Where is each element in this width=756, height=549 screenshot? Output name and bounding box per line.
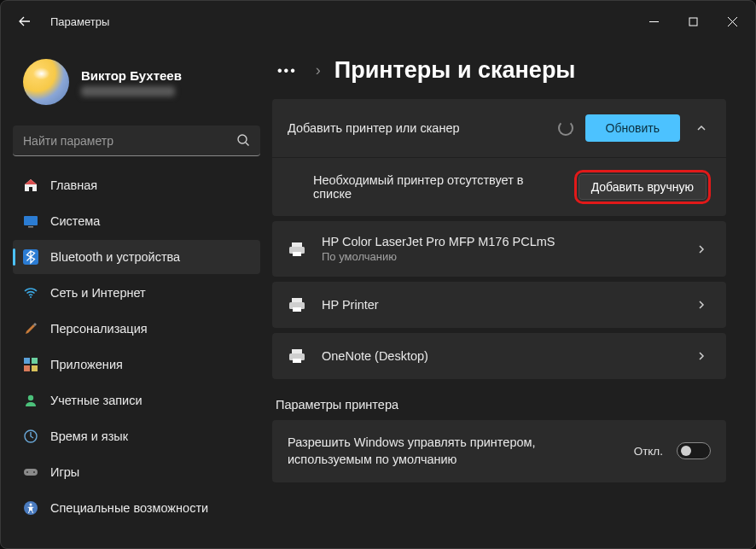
sidebar-item-time-language[interactable]: Время и язык — [13, 419, 260, 453]
svg-point-5 — [30, 296, 32, 298]
add-printer-label: Добавить принтер или сканер — [288, 121, 546, 135]
arrow-left-icon — [18, 15, 32, 28]
printer-item-onenote[interactable]: OneNote (Desktop) — [272, 333, 726, 379]
printer-info: HP Color LaserJet Pro MFP M176 PCLmS По … — [322, 235, 677, 263]
svg-rect-12 — [24, 469, 38, 476]
svg-point-10 — [28, 395, 33, 400]
sidebar-item-bluetooth-devices[interactable]: Bluetooth и устройства — [13, 240, 260, 274]
add-manually-button[interactable]: Добавить вручную — [579, 174, 707, 200]
collapse-button[interactable] — [692, 119, 711, 137]
body: Виктор Бухтеев Главная Система — [1, 42, 755, 548]
sidebar-item-label: Система — [50, 214, 100, 228]
accessibility-icon — [23, 500, 38, 516]
printer-missing-row: Необходимый принтер отсутствует в списке… — [272, 157, 726, 216]
brush-icon — [23, 321, 38, 336]
svg-rect-9 — [32, 365, 38, 371]
titlebar-left: Параметры — [15, 11, 109, 32]
printer-info: OneNote (Desktop) — [322, 349, 677, 363]
printer-name: HP Printer — [322, 298, 677, 312]
profile-block[interactable]: Виктор Бухтеев — [13, 50, 260, 120]
svg-point-14 — [33, 471, 35, 473]
page-title: Принтеры и сканеры — [334, 57, 576, 84]
system-icon — [23, 213, 38, 229]
sidebar-item-label: Bluetooth и устройства — [50, 250, 180, 264]
svg-rect-22 — [293, 307, 301, 312]
sidebar-item-label: Приложения — [50, 358, 123, 371]
printer-missing-text: Необходимый принтер отсутствует в списке — [288, 173, 562, 201]
sidebar-item-label: Сеть и Интернет — [50, 286, 146, 300]
add-manually-highlight: Добавить вручную — [574, 170, 711, 204]
spinner-icon — [558, 120, 573, 136]
clock-globe-icon — [23, 429, 38, 444]
printer-item-hp-color-laserjet[interactable]: HP Color LaserJet Pro MFP M176 PCLmS По … — [272, 221, 726, 277]
sidebar-item-personalization[interactable]: Персонализация — [13, 312, 260, 346]
breadcrumb-overflow-button[interactable]: ••• — [272, 60, 302, 82]
printer-item-hp-printer[interactable]: HP Printer — [272, 282, 726, 328]
sidebar-item-label: Время и язык — [50, 429, 128, 443]
window-controls — [634, 8, 752, 35]
printer-name: HP Color LaserJet Pro MFP M176 PCLmS — [322, 235, 677, 248]
sidebar-item-accessibility[interactable]: Специальные возможности — [13, 491, 260, 525]
breadcrumb: ••• › Принтеры и сканеры — [272, 57, 726, 84]
svg-rect-2 — [24, 216, 38, 225]
sidebar-item-label: Учетные записи — [50, 394, 142, 407]
svg-rect-0 — [689, 18, 697, 26]
avatar — [23, 59, 69, 105]
svg-rect-8 — [24, 365, 30, 371]
printer-status: По умолчанию — [322, 250, 677, 263]
close-button[interactable] — [712, 8, 752, 35]
sidebar-item-label: Специальные возможности — [50, 501, 208, 515]
svg-rect-6 — [24, 358, 30, 364]
maximize-icon — [689, 17, 698, 26]
maximize-button[interactable] — [673, 8, 712, 35]
chevron-right-icon: › — [316, 61, 321, 79]
home-icon — [23, 178, 38, 193]
person-icon — [23, 393, 38, 408]
default-printer-toggle-row: Разрешить Windows управлять принтером, и… — [272, 420, 726, 482]
bluetooth-icon — [23, 249, 38, 265]
chevron-up-icon — [695, 122, 707, 134]
search-input[interactable] — [13, 126, 260, 156]
svg-rect-19 — [293, 252, 301, 256]
svg-rect-25 — [293, 359, 301, 363]
add-printer-row: Добавить принтер или сканер Обновить — [272, 99, 726, 157]
toggle-state-label: Откл. — [634, 445, 663, 458]
sidebar-item-accounts[interactable]: Учетные записи — [13, 383, 260, 418]
back-button[interactable] — [15, 11, 35, 32]
svg-point-13 — [26, 471, 28, 473]
sidebar-item-label: Главная — [50, 178, 97, 192]
svg-point-16 — [30, 504, 32, 506]
search-icon — [236, 133, 250, 147]
svg-point-1 — [238, 135, 247, 143]
default-printer-toggle[interactable] — [677, 442, 711, 459]
settings-window: Параметры Виктор Бухтеев — [0, 0, 756, 549]
main-content: ••• › Принтеры и сканеры Добавить принте… — [272, 42, 755, 548]
sidebar-item-home[interactable]: Главная — [13, 168, 260, 202]
titlebar: Параметры — [1, 1, 755, 42]
add-printer-panel: Добавить принтер или сканер Обновить Нео… — [272, 99, 726, 216]
close-icon — [728, 17, 737, 26]
wifi-icon — [23, 285, 38, 301]
toggle-knob — [681, 446, 691, 456]
minimize-icon — [649, 17, 659, 26]
sidebar-nav: Главная Система Bluetooth и устройства С… — [13, 168, 260, 525]
sidebar-item-network[interactable]: Сеть и Интернет — [13, 276, 260, 310]
chevron-right-icon — [692, 240, 711, 259]
sidebar: Виктор Бухтеев Главная Система — [1, 42, 272, 548]
sidebar-item-system[interactable]: Система — [13, 204, 260, 238]
printer-settings-heading: Параметры принтера — [276, 398, 726, 412]
sidebar-item-gaming[interactable]: Игры — [13, 455, 260, 489]
refresh-button[interactable]: Обновить — [585, 114, 680, 142]
svg-rect-24 — [292, 349, 302, 353]
profile-text: Виктор Бухтеев — [81, 68, 182, 96]
chevron-right-icon — [692, 347, 711, 365]
svg-rect-21 — [292, 298, 302, 302]
minimize-button[interactable] — [634, 8, 673, 35]
apps-icon — [23, 357, 38, 372]
printer-icon — [288, 242, 306, 257]
username: Виктор Бухтеев — [81, 68, 182, 83]
search-wrap — [13, 126, 260, 156]
chevron-right-icon — [692, 295, 711, 314]
svg-rect-18 — [292, 242, 302, 247]
sidebar-item-apps[interactable]: Приложения — [13, 348, 260, 382]
